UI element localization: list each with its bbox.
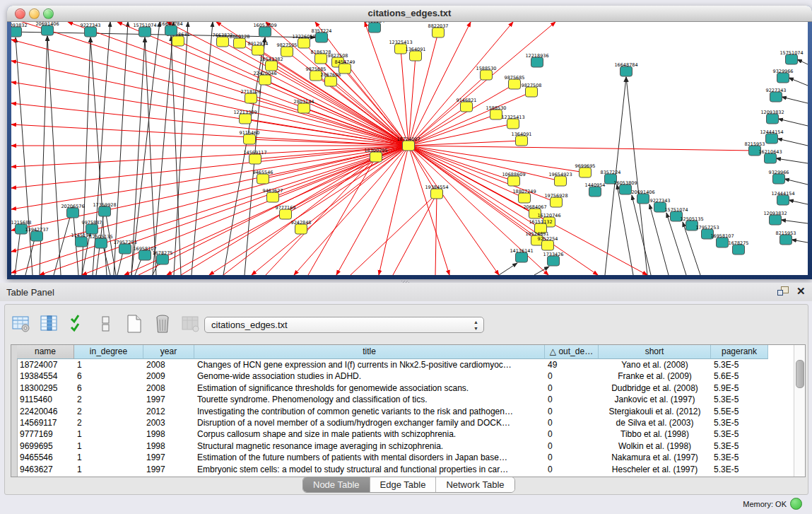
citation-edge-red[interactable] xyxy=(408,146,499,275)
show-column-icon[interactable] xyxy=(39,313,60,334)
graph-node[interactable]: 1678275 xyxy=(729,240,749,255)
table-row[interactable]: 946554611997Estimation of the future num… xyxy=(17,452,768,463)
column-header-pagerank[interactable]: pagerank xyxy=(711,345,768,359)
column-header-out_de[interactable]: △ out_de… xyxy=(545,345,599,359)
citation-edge-red[interactable] xyxy=(408,146,560,181)
graph-node[interactable]: 20691406 xyxy=(35,22,59,35)
graph-node[interactable]: 19654923 xyxy=(548,172,572,187)
citation-edge-red[interactable] xyxy=(408,146,755,151)
graph-node[interactable]: 15751074 xyxy=(779,50,803,65)
graph-node[interactable]: 8813054 xyxy=(365,22,385,33)
graph-node[interactable]: 9329966 xyxy=(773,69,794,83)
citation-edge-black[interactable] xyxy=(192,22,213,275)
citation-edge-red[interactable] xyxy=(11,22,408,146)
citation-edge-red[interactable] xyxy=(294,146,408,275)
tab-network-table[interactable]: Network Table xyxy=(436,477,514,492)
graph-node[interactable]: 14569117 xyxy=(243,150,266,165)
table-row[interactable]: 2242004622012Investigating the contribut… xyxy=(17,406,768,417)
graph-node[interactable]: 2718126 xyxy=(241,89,261,104)
citation-edge-red[interactable] xyxy=(252,146,408,275)
graph-node[interactable]: 9463627 xyxy=(263,188,283,203)
graph-node[interactable]: 9699695 xyxy=(575,163,596,178)
graph-node[interactable]: 16053809 xyxy=(253,23,276,37)
citation-edge-black[interactable] xyxy=(782,97,808,103)
citation-edge-black[interactable] xyxy=(789,78,808,86)
citation-edge-red[interactable] xyxy=(11,146,408,167)
graph-node[interactable]: 12093832 xyxy=(760,110,784,124)
tab-edge-table[interactable]: Edge Table xyxy=(370,477,437,492)
table-scrollbar[interactable] xyxy=(794,345,805,477)
graph-node[interactable]: 9227343 xyxy=(766,88,787,103)
table-row[interactable]: 911546021997Tourette syndrome. Phenomeno… xyxy=(17,394,768,405)
citation-edge-black[interactable] xyxy=(632,195,651,275)
graph-node[interactable]: 13942737 xyxy=(25,227,48,242)
column-header-short[interactable]: short xyxy=(599,345,711,359)
delete-table-icon[interactable] xyxy=(152,313,173,334)
graph-node[interactable]: 8215953 xyxy=(776,230,796,245)
graph-node[interactable]: 10688609 xyxy=(502,172,525,187)
column-header-name[interactable]: name xyxy=(17,345,74,359)
table-row[interactable]: 1456911722003Disruption of a novel membe… xyxy=(17,417,768,428)
graph-node[interactable]: 1588530 xyxy=(476,66,497,81)
window-titlebar[interactable]: citations_edges.txt xyxy=(7,6,812,22)
citation-edge-black[interactable] xyxy=(792,240,808,243)
citation-edge-red[interactable] xyxy=(408,146,585,173)
graph-node[interactable]: 8822037 xyxy=(428,23,449,38)
citation-edge-black[interactable] xyxy=(777,139,808,146)
selection-mode-icon[interactable] xyxy=(67,313,88,334)
graph-node[interactable]: 9227343 xyxy=(81,23,101,37)
citation-edge-black[interactable] xyxy=(666,213,686,275)
citation-edge-black[interactable] xyxy=(784,179,808,185)
citation-edge-black[interactable] xyxy=(781,220,808,223)
table-settings-icon[interactable] xyxy=(11,313,32,334)
citation-edge-black[interactable] xyxy=(778,119,808,126)
table-row[interactable]: 946362711997Embryonic stem cells: a mode… xyxy=(17,464,768,475)
graph-node[interactable]: 9827505 xyxy=(277,42,298,57)
table-row[interactable]: 977716911998Corpus callosum shape and si… xyxy=(17,428,768,440)
citation-edge-red[interactable] xyxy=(408,141,522,146)
graph-node[interactable]: 1364091 xyxy=(406,47,426,62)
network-canvas[interactable]: 1872400718300295193845541068860918807249… xyxy=(11,22,808,275)
graph-node[interactable]: 12093832 xyxy=(763,211,787,226)
float-panel-icon[interactable] xyxy=(777,286,789,297)
column-header-title[interactable]: title xyxy=(194,345,545,359)
graph-node[interactable]: 12444154 xyxy=(771,191,794,206)
citation-edge-red[interactable] xyxy=(408,75,486,146)
graph-node[interactable]: 8860128 xyxy=(230,34,250,49)
citation-edge-red[interactable] xyxy=(408,146,598,275)
citation-edge-black[interactable] xyxy=(776,158,808,163)
citation-edge-red[interactable] xyxy=(401,49,408,146)
graph-node[interactable]: 14136141 xyxy=(510,248,533,263)
graph-node[interactable]: 1440954 xyxy=(585,182,606,197)
column-header-in_degree[interactable]: in_degree xyxy=(74,345,143,359)
table-scrollbar-thumb[interactable] xyxy=(796,360,804,388)
citation-edge-red[interactable] xyxy=(181,157,376,275)
graph-node[interactable]: 16648784 xyxy=(614,62,637,77)
citation-edge-black[interactable] xyxy=(145,37,156,275)
citation-edge-black[interactable] xyxy=(626,77,647,275)
graph-node[interactable]: 19384554 xyxy=(425,185,448,199)
citation-edge-black[interactable] xyxy=(797,59,808,64)
column-header-year[interactable]: year xyxy=(143,345,194,359)
table-select-dropdown[interactable]: citations_edges.txt ▲▼ xyxy=(204,317,484,333)
citation-edge-red[interactable] xyxy=(209,146,408,275)
table-row[interactable]: 1938455462009Genome-wide association stu… xyxy=(17,370,768,382)
table-row[interactable]: 1830029562008Estimation of significance … xyxy=(17,382,768,394)
graph-node[interactable]: 12093832 xyxy=(11,23,28,37)
graph-node[interactable]: 12218936 xyxy=(525,53,548,68)
graph-node[interactable]: 12505135 xyxy=(89,234,112,249)
citation-edge-red[interactable] xyxy=(351,194,437,275)
table-row[interactable]: 1872400712008Changes of HCN gene express… xyxy=(17,359,768,370)
graph-node[interactable]: 1364091 xyxy=(512,132,532,146)
row-height-icon[interactable] xyxy=(95,313,117,334)
graph-node[interactable]: 9777169 xyxy=(276,205,296,220)
citation-edge-black[interactable] xyxy=(789,200,808,204)
citation-edge-red[interactable] xyxy=(393,194,437,275)
close-panel-icon[interactable]: ✕ xyxy=(796,285,806,298)
graph-node[interactable]: 16210643 xyxy=(758,149,782,164)
citation-edge-black[interactable] xyxy=(16,37,33,275)
citation-edge-black[interactable] xyxy=(617,185,633,275)
create-table-icon[interactable] xyxy=(124,313,145,334)
graph-node[interactable]: 19756928 xyxy=(544,193,567,208)
graph-node[interactable]: 9146821 xyxy=(457,98,477,112)
